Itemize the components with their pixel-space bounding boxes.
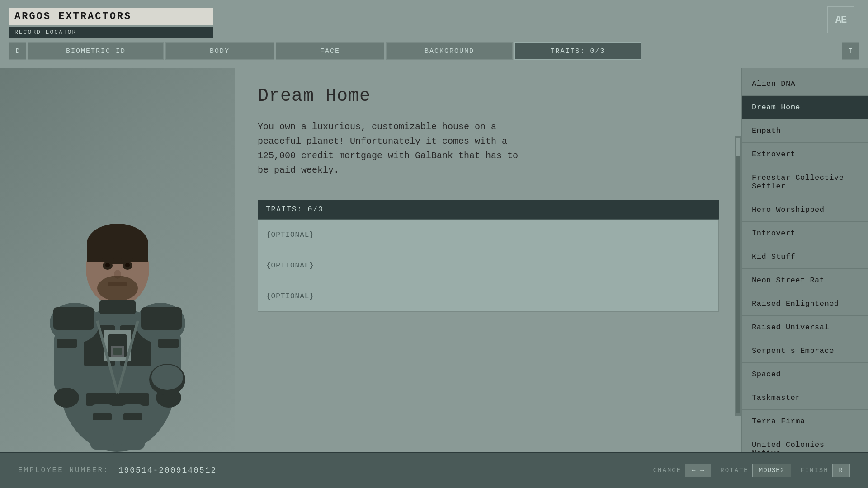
trait-slot-1[interactable]: {OPTIONAL} [258, 220, 719, 250]
tab-face[interactable]: FACE [276, 42, 384, 60]
svg-rect-25 [121, 258, 133, 261]
rotate-key: MOUSE2 [752, 464, 791, 477]
trait-list-item-raised-enlightened[interactable]: Raised Enlightened [742, 292, 868, 316]
trait-list-item-extrovert[interactable]: Extrovert [742, 143, 868, 166]
svg-rect-13 [158, 339, 179, 348]
employee-label: EMPLOYEE NUMBER: [18, 466, 109, 474]
finish-control: FINISH R [800, 464, 850, 477]
employee-number: 190514-2009140512 [118, 466, 217, 475]
top-bar: ARGOS EXTRACTORS RECORD LOCATOR AE [0, 0, 868, 41]
change-control: CHANGE ← → [653, 464, 712, 477]
change-button[interactable]: ← → [685, 464, 711, 477]
svg-rect-29 [99, 300, 136, 314]
svg-rect-35 [93, 413, 112, 420]
center-content: Dream Home You own a luxurious, customiz… [235, 68, 741, 452]
scrollbar[interactable] [735, 136, 741, 416]
app-title: ARGOS EXTRACTORS [9, 8, 213, 25]
traits-slots-container: TRAITS: 0/3 {OPTIONAL} {OPTIONAL} {OPTIO… [258, 200, 719, 312]
tab-biometric-id[interactable]: BIOMETRIC ID [28, 42, 164, 60]
title-block: ARGOS EXTRACTORS RECORD LOCATOR [9, 8, 213, 38]
nav-tabs: D BIOMETRIC ID BODY FACE BACKGROUND TRAI… [0, 40, 868, 62]
trait-slot-3[interactable]: {OPTIONAL} [258, 281, 719, 312]
nav-left-button[interactable]: D [9, 42, 26, 60]
trait-list-item-dream-home[interactable]: Dream Home [742, 96, 868, 119]
tab-background[interactable]: BACKGROUND [386, 42, 513, 60]
svg-point-31 [151, 365, 183, 390]
svg-rect-9 [141, 307, 182, 330]
svg-rect-36 [123, 413, 142, 420]
tab-traits[interactable]: TRAITS: 0/3 [514, 42, 641, 60]
finish-button[interactable]: R [832, 464, 850, 477]
svg-rect-33 [90, 404, 114, 450]
svg-point-28 [97, 276, 138, 301]
character-portrait [0, 68, 235, 452]
main-content: Dream Home You own a luxurious, customiz… [0, 68, 868, 452]
trait-list-item-raised-universal[interactable]: Raised Universal [742, 316, 868, 339]
trait-list-item-taskmaster[interactable]: Taskmaster [742, 386, 868, 410]
trait-list-item-freestar-collective-settler[interactable]: Freestar Collective Settler [742, 166, 868, 198]
traits-slots-header: TRAITS: 0/3 [258, 200, 719, 220]
logo: AE [827, 6, 854, 33]
record-locator-label: RECORD LOCATOR [9, 27, 213, 38]
scrollbar-thumb[interactable] [736, 138, 740, 156]
svg-point-22 [105, 263, 110, 267]
scrollbar-track [736, 138, 740, 413]
trait-slot-2[interactable]: {OPTIONAL} [258, 250, 719, 281]
bottom-bar: EMPLOYEE NUMBER: 190514-2009140512 CHANG… [0, 452, 868, 488]
svg-rect-8 [53, 307, 94, 330]
trait-list-item-spaced[interactable]: Spaced [742, 363, 868, 386]
rotate-control: ROTATE MOUSE2 [720, 464, 791, 477]
character-svg [27, 185, 208, 452]
trait-description: You own a luxurious, customizable house … [258, 120, 520, 178]
trait-list-item-kid-stuff[interactable]: Kid Stuff [742, 245, 868, 269]
nav-right-button[interactable]: T [842, 42, 859, 60]
svg-rect-19 [87, 244, 148, 262]
trait-list-item-united-colonies-native[interactable]: United Colonies Native [742, 433, 868, 452]
trait-list-item-serpents-embrace[interactable]: Serpent's Embrace [742, 339, 868, 363]
trait-list-item-hero-worshipped[interactable]: Hero Worshipped [742, 198, 868, 222]
trait-list-item-introvert[interactable]: Introvert [742, 222, 868, 245]
svg-rect-34 [121, 404, 145, 450]
trait-list-item-alien-dna[interactable]: Alien DNA [742, 72, 868, 96]
finish-label: FINISH [800, 467, 828, 474]
trait-title: Dream Home [258, 86, 719, 106]
svg-rect-24 [102, 258, 114, 261]
trait-list-item-neon-street-rat[interactable]: Neon Street Rat [742, 269, 868, 292]
tab-body[interactable]: BODY [165, 42, 274, 60]
trait-list-item-empath[interactable]: Empath [742, 119, 868, 143]
svg-rect-40 [113, 348, 122, 355]
bottom-controls: CHANGE ← → ROTATE MOUSE2 FINISH R [653, 464, 850, 477]
trait-list-sidebar: Alien DNADream HomeEmpathExtrovertFreest… [741, 68, 868, 452]
change-label: CHANGE [653, 467, 681, 474]
svg-rect-32 [86, 393, 149, 406]
rotate-label: ROTATE [720, 467, 748, 474]
svg-rect-12 [57, 339, 77, 348]
svg-point-23 [125, 263, 130, 267]
svg-point-14 [54, 388, 79, 408]
trait-list-item-terra-firma[interactable]: Terra Firma [742, 410, 868, 433]
